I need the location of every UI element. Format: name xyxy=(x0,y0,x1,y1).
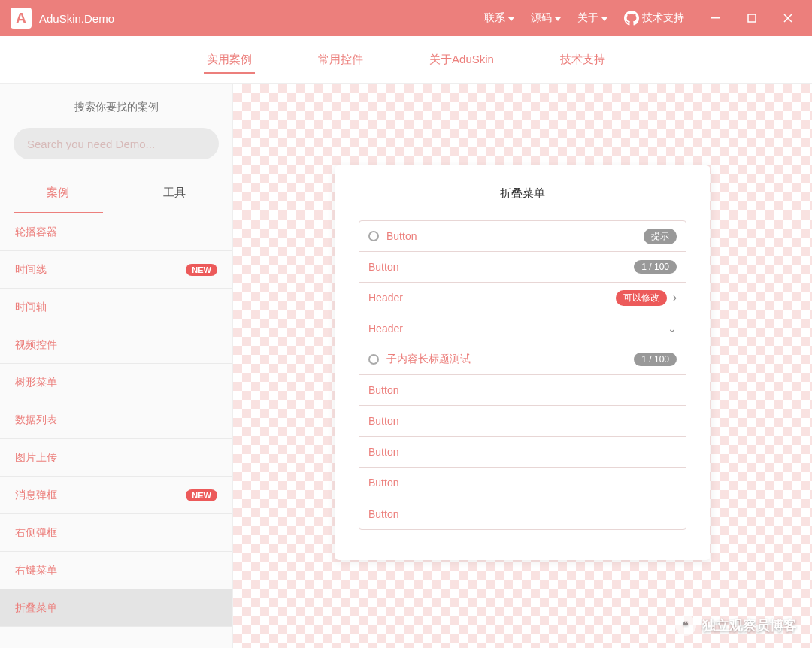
accordion-item-label: Header xyxy=(368,322,403,335)
radio-icon xyxy=(368,354,379,365)
sidebar-item[interactable]: 右键菜单 xyxy=(0,552,232,589)
sidebar-item-label: 右侧弹框 xyxy=(15,526,57,540)
sidebar-item-label: 数据列表 xyxy=(15,413,57,427)
watermark: ❝ 独立观察员博客 xyxy=(675,615,797,636)
accordion-item-label: 子内容长标题测试 xyxy=(386,353,471,366)
pill-badge: 可以修改 xyxy=(616,290,667,306)
close-button[interactable] xyxy=(770,0,806,36)
maximize-button[interactable] xyxy=(734,0,770,36)
chevron-down-icon xyxy=(555,17,561,21)
github-icon xyxy=(624,11,639,26)
tab-cases[interactable]: 实用案例 xyxy=(204,36,255,84)
accordion-item[interactable]: Button xyxy=(359,375,686,406)
chevron-down-icon xyxy=(601,17,607,21)
menu-contact[interactable]: 联系 xyxy=(484,11,514,25)
sidebar-list: 轮播容器时间线NEW时间轴视频控件树形菜单数据列表图片上传消息弹框NEW右侧弹框… xyxy=(0,213,232,648)
menu-source[interactable]: 源码 xyxy=(531,11,561,25)
sidebar-item-label: 消息弹框 xyxy=(15,489,57,502)
app-title: AduSkin.Demo xyxy=(39,12,114,25)
chevron-down-icon: ⌄ xyxy=(668,322,677,335)
tab-about[interactable]: 关于AduSkin xyxy=(426,36,497,84)
accordion-item-label: Button xyxy=(368,261,398,273)
sidebar-item[interactable]: 时间线NEW xyxy=(0,251,232,289)
sidebar-item[interactable]: 折叠菜单 xyxy=(0,589,232,627)
sidebar-item-label: 图片上传 xyxy=(15,451,57,465)
accordion-item-label: Button xyxy=(386,230,417,242)
card-title: 折叠菜单 xyxy=(359,186,686,201)
accordion-item[interactable]: Header⌄ xyxy=(359,313,686,344)
accordion-item[interactable]: Button提示 xyxy=(359,221,686,252)
radio-icon xyxy=(368,231,379,241)
pill-badge: 1 / 100 xyxy=(634,353,677,366)
svg-rect-0 xyxy=(711,17,720,19)
app-logo: A xyxy=(11,8,32,29)
sidebar-item[interactable]: 轮播容器 xyxy=(0,213,232,251)
new-badge: NEW xyxy=(186,264,217,276)
accordion-item[interactable]: Header可以修改› xyxy=(359,283,686,313)
minimize-button[interactable] xyxy=(698,0,734,36)
sidebar-item[interactable]: 数据列表 xyxy=(0,401,232,439)
accordion-item[interactable]: Button xyxy=(359,437,686,468)
content-area: 折叠菜单 Button提示Button1 / 100Header可以修改›Hea… xyxy=(233,84,812,648)
accordion-item[interactable]: Button1 / 100 xyxy=(359,252,686,283)
wechat-icon: ❝ xyxy=(675,615,696,636)
sidebar: 搜索你要找的案例 案例 工具 轮播容器时间线NEW时间轴视频控件树形菜单数据列表… xyxy=(0,84,233,648)
accordion-menu: Button提示Button1 / 100Header可以修改›Header⌄子… xyxy=(359,220,686,530)
chevron-down-icon xyxy=(508,17,514,21)
close-icon xyxy=(783,14,792,23)
sidebar-sub-tabs: 案例 工具 xyxy=(0,173,232,213)
sidebar-item[interactable]: 树形菜单 xyxy=(0,364,232,401)
sidebar-item[interactable]: 消息弹框NEW xyxy=(0,477,232,514)
accordion-item-label: Header xyxy=(368,292,403,304)
sidebar-item[interactable]: 视频控件 xyxy=(0,326,232,364)
sidebar-item[interactable]: 右侧弹框 xyxy=(0,514,232,552)
sidebar-item-label: 视频控件 xyxy=(15,338,57,352)
accordion-item[interactable]: 子内容长标题测试1 / 100 xyxy=(359,344,686,375)
search-title: 搜索你要找的案例 xyxy=(14,101,219,114)
svg-rect-1 xyxy=(748,14,756,22)
accordion-item-label: Button xyxy=(368,508,398,520)
titlebar-menu: 联系 源码 关于 技术支持 xyxy=(484,11,684,26)
tab-support[interactable]: 技术支持 xyxy=(557,36,608,84)
main-tabs: 实用案例 常用控件 关于AduSkin 技术支持 xyxy=(0,36,812,84)
search-input[interactable] xyxy=(14,128,219,159)
accordion-item[interactable]: Button xyxy=(359,468,686,498)
titlebar: A AduSkin.Demo 联系 源码 关于 技术支持 xyxy=(0,0,812,36)
accordion-item-label: Button xyxy=(368,384,398,396)
tab-controls[interactable]: 常用控件 xyxy=(315,36,366,84)
sub-tab-cases[interactable]: 案例 xyxy=(0,173,117,213)
accordion-item[interactable]: Button xyxy=(359,498,686,529)
accordion-item-label: Button xyxy=(368,477,398,489)
demo-card: 折叠菜单 Button提示Button1 / 100Header可以修改›Hea… xyxy=(335,165,710,560)
menu-support[interactable]: 技术支持 xyxy=(624,11,684,26)
search-area: 搜索你要找的案例 xyxy=(0,84,232,173)
sub-tab-tools[interactable]: 工具 xyxy=(117,173,233,213)
sidebar-item-label: 树形菜单 xyxy=(15,376,57,389)
maximize-icon xyxy=(747,14,756,23)
sidebar-item-label: 轮播容器 xyxy=(15,226,57,239)
accordion-item-label: Button xyxy=(368,446,398,458)
minimize-icon xyxy=(711,14,720,23)
sidebar-item-label: 折叠菜单 xyxy=(15,601,57,615)
pill-badge: 1 / 100 xyxy=(634,260,677,274)
menu-about[interactable]: 关于 xyxy=(577,11,607,25)
window-controls xyxy=(698,0,806,36)
accordion-item[interactable]: Button xyxy=(359,406,686,437)
sidebar-item[interactable]: 时间轴 xyxy=(0,289,232,326)
sidebar-item-label: 右键菜单 xyxy=(15,564,57,577)
sidebar-item[interactable]: 图片上传 xyxy=(0,439,232,477)
sidebar-item-label: 时间线 xyxy=(15,263,47,277)
new-badge: NEW xyxy=(186,489,217,501)
pill-badge: 提示 xyxy=(644,229,677,244)
sidebar-item-label: 时间轴 xyxy=(15,301,47,314)
accordion-item-label: Button xyxy=(368,415,398,427)
chevron-right-icon: › xyxy=(673,291,677,304)
